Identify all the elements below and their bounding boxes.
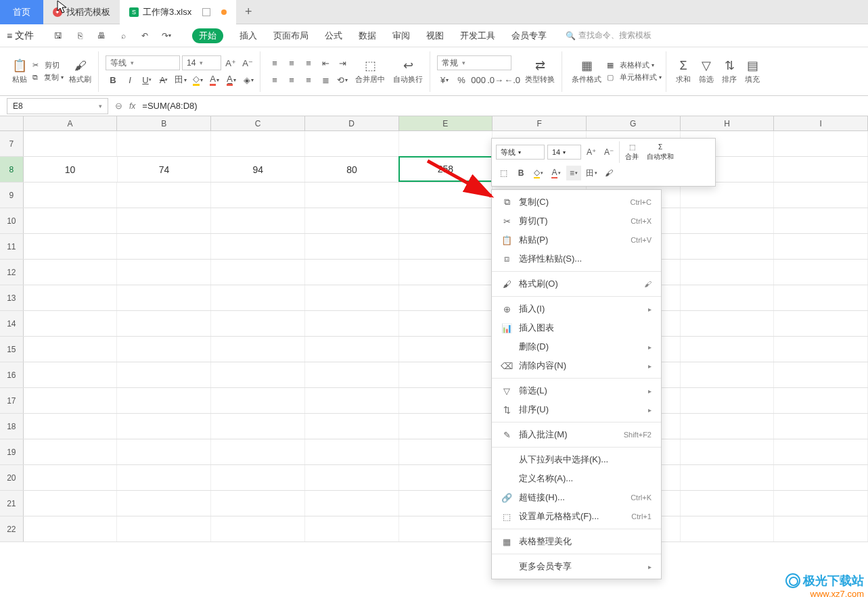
row-header-22[interactable]: 22 [0,516,24,541]
ctx-insert-chart[interactable]: 📊插入图表 [492,318,661,337]
cell-B11[interactable] [117,234,211,259]
cell-D12[interactable] [305,260,399,285]
cell-A19[interactable] [24,439,118,464]
cell-E12[interactable] [399,260,493,285]
type-convert-button[interactable]: ⇄类型转换 [522,58,557,85]
ctx-format-cells[interactable]: ⬚设置单元格格式(F)...Ctrl+1 [492,507,661,526]
cell-H19[interactable] [681,439,775,464]
cell-E13[interactable] [399,285,493,310]
strikethrough-button[interactable]: A▾ [156,72,171,87]
row-header-18[interactable]: 18 [0,414,24,439]
mini-fillcolor-button[interactable]: ◇ [531,166,546,180]
cell-I22[interactable] [774,516,868,541]
ctx-insert[interactable]: ⊕插入(I)▸ [492,299,661,318]
cell-D13[interactable] [305,285,399,310]
merge-center-button[interactable]: ⬚合并居中 [352,58,388,85]
align-center-button[interactable]: ≡ [284,72,299,87]
formula-input[interactable]: =SUM(A8:D8) [142,101,197,111]
percent-button[interactable]: % [454,72,469,87]
cell-H14[interactable] [681,311,775,336]
cell-B18[interactable] [117,414,211,439]
cell-C20[interactable] [211,465,305,490]
sum-button[interactable]: Σ求和 [673,59,693,85]
highlight-button[interactable]: A̲ [224,72,239,87]
cell-A17[interactable] [24,388,118,413]
tab-developer[interactable]: 开发工具 [460,24,495,47]
number-format-combo[interactable]: 常规▾ [437,55,511,70]
fill-color-button[interactable]: ◇ [190,72,205,87]
row-header-8[interactable]: 8 [0,157,24,182]
row-header-20[interactable]: 20 [0,465,24,490]
font-combo[interactable]: 等线▾ [106,55,180,70]
cell-I19[interactable] [774,439,868,464]
decrease-font-button[interactable]: A⁻ [240,55,255,70]
cell-E17[interactable] [399,388,493,413]
file-menu[interactable]: ≡ 文件 [7,30,34,42]
dec-decimal-button[interactable]: ←.0 [505,72,520,87]
ctx-more-member[interactable]: 更多会员专享▸ [492,557,661,576]
cell-B21[interactable] [117,491,211,516]
cell-I18[interactable] [774,414,868,439]
cell-H21[interactable] [681,491,775,516]
cell-B14[interactable] [117,311,211,336]
tab-formula[interactable]: 公式 [325,24,342,47]
cell-C21[interactable] [211,491,305,516]
cell-A16[interactable] [24,362,118,387]
cell-E19[interactable] [399,439,493,464]
cell-H12[interactable] [681,260,775,285]
tab-home[interactable]: 首页 [0,0,43,24]
align-middle-button[interactable]: ≡ [284,55,299,70]
cell-D17[interactable] [305,388,399,413]
mini-decrease-font[interactable]: A⁻ [601,145,616,160]
cell-B15[interactable] [117,337,211,362]
comma-button[interactable]: 000 [471,72,486,87]
row-header-15[interactable]: 15 [0,337,24,362]
tab-member[interactable]: 会员专享 [511,24,547,47]
cell-H20[interactable] [681,465,775,490]
ctx-copy[interactable]: ⧉复制(C)Ctrl+C [492,193,661,212]
select-all-corner[interactable] [0,116,24,130]
col-header-I[interactable]: I [774,116,868,130]
cell-D22[interactable] [305,516,399,541]
ctx-format-painter[interactable]: 🖌格式刷(O)🖌 [492,274,661,293]
cell-C18[interactable] [211,414,305,439]
ctx-clear[interactable]: ⌫清除内容(N)▸ [492,356,661,375]
conditional-format-button[interactable]: ▦条件格式 [569,58,604,85]
fill-button[interactable]: ▤填充 [742,58,762,85]
cell-A15[interactable] [24,337,118,362]
mini-formatpainter-button[interactable]: 🖌 [601,166,616,180]
cell-H13[interactable] [681,285,775,310]
cell-E22[interactable] [399,516,493,541]
indent-dec-button[interactable]: ⇤ [318,55,333,70]
cell-C12[interactable] [211,260,305,285]
cell-C13[interactable] [211,285,305,310]
cell-I13[interactable] [774,285,868,310]
ctx-comment[interactable]: ✎插入批注(M)Shift+F2 [492,425,661,444]
cell-B16[interactable] [117,362,211,387]
cell-H15[interactable] [681,337,775,362]
cell-E8[interactable]: 258 [398,156,493,182]
increase-font-button[interactable]: A⁺ [223,55,238,70]
cell-H16[interactable] [681,362,775,387]
cell-E14[interactable] [399,311,493,336]
font-size-combo[interactable]: 14▾ [182,55,221,70]
cell-B13[interactable] [117,285,211,310]
cell-B9[interactable] [117,183,211,208]
cell-B8[interactable]: 74 [118,157,212,182]
mini-autosum-button[interactable]: Σ自动求和 [644,143,677,162]
print-button[interactable]: 🖶 [93,28,110,44]
justify-button[interactable]: ≣ [318,72,333,87]
ctx-delete[interactable]: 删除(D)▸ [492,337,661,356]
cell-E18[interactable] [399,414,493,439]
tab-page-layout[interactable]: 页面布局 [273,24,309,47]
cell-A10[interactable] [24,208,118,233]
cell-I21[interactable] [774,491,868,516]
paste-button[interactable]: 📋粘贴 [9,58,30,85]
col-header-B[interactable]: B [117,116,211,130]
ctx-paste-special[interactable]: ⧈选择性粘贴(S)... [492,249,661,268]
mini-fontcolor-button[interactable]: A [549,166,564,180]
col-header-A[interactable]: A [24,116,118,130]
ctx-define-name[interactable]: 定义名称(A)... [492,469,661,488]
cut-button[interactable]: ✂ 剪切 [32,60,64,70]
cell-H11[interactable] [681,234,775,259]
